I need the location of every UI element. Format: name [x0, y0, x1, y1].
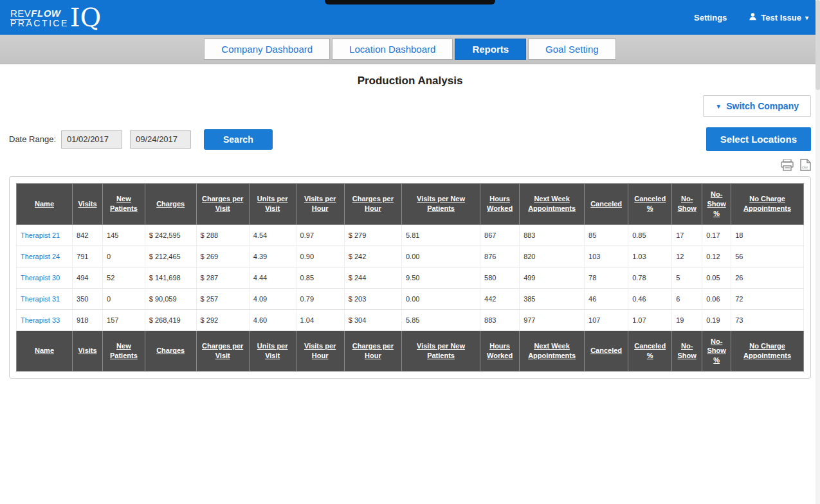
- table-cell: 1.03: [628, 246, 672, 267]
- table-cell: 876: [480, 246, 520, 267]
- table-cell: 0.06: [702, 288, 731, 309]
- export-icons-row: csv: [9, 159, 811, 171]
- column-header-charges[interactable]: Charges: [145, 184, 196, 225]
- column-header-units-per-visit[interactable]: Units per Visit: [249, 184, 296, 225]
- column-header-canceled[interactable]: Canceled: [585, 184, 628, 225]
- therapist-link[interactable]: Therapist 33: [21, 316, 60, 324]
- table-cell: 5.81: [401, 224, 480, 246]
- table-cell: 0.97: [296, 224, 344, 246]
- column-header-visits-per-new-patients[interactable]: Visits per New Patients: [401, 184, 480, 225]
- switch-company-label: Switch Company: [726, 101, 799, 111]
- table-cell: 867: [480, 224, 520, 246]
- table-cell: 0.05: [702, 267, 731, 288]
- printer-icon[interactable]: [781, 159, 794, 171]
- column-header-visits-per-hour[interactable]: Visits per Hour: [296, 330, 344, 372]
- date-from-input[interactable]: [61, 130, 122, 149]
- therapist-link[interactable]: Therapist 31: [21, 295, 60, 303]
- column-header-new-patients[interactable]: New Patients: [103, 330, 145, 372]
- column-header-no-show[interactable]: No-Show: [672, 184, 702, 225]
- name-cell: Therapist 33: [17, 309, 73, 330]
- column-header-charges-per-visit[interactable]: Charges per Visit: [196, 330, 249, 372]
- table-cell: $ 268,419: [145, 309, 196, 330]
- column-header-visits-per-new-patients[interactable]: Visits per New Patients: [401, 330, 480, 372]
- column-header-canceled-[interactable]: Canceled %: [628, 330, 672, 372]
- column-header-hours-worked[interactable]: Hours Worked: [480, 330, 520, 372]
- column-header-charges-per-hour[interactable]: Charges per Hour: [344, 330, 401, 372]
- table-cell: 78: [585, 267, 628, 288]
- select-locations-button[interactable]: Select Locations: [706, 127, 811, 151]
- csv-export-icon[interactable]: csv: [800, 159, 811, 171]
- table-cell: 0.00: [401, 288, 480, 309]
- table-cell: 72: [731, 288, 804, 309]
- user-menu[interactable]: Test Issue ▾: [749, 12, 808, 22]
- table-row: Therapist 33918157$ 268,419$ 2924.601.04…: [17, 309, 804, 330]
- table-cell: 46: [585, 288, 628, 309]
- column-header-no-charge-appointments[interactable]: No Charge Appointments: [731, 184, 804, 225]
- table-cell: 9.50: [401, 267, 480, 288]
- name-cell: Therapist 30: [17, 267, 73, 288]
- table-cell: 0.12: [702, 246, 731, 267]
- date-range-label: Date Range:: [9, 134, 56, 144]
- scrollbar-thumb[interactable]: [815, 0, 820, 90]
- table-cell: 17: [672, 224, 702, 246]
- chevron-down-icon: ▼: [715, 103, 722, 110]
- tab-goal-setting[interactable]: Goal Setting: [528, 39, 616, 60]
- therapist-link[interactable]: Therapist 24: [21, 253, 60, 260]
- production-table-card: NameVisitsNew PatientsChargesCharges per…: [9, 176, 811, 379]
- table-cell: $ 244: [344, 267, 401, 288]
- table-header-row: NameVisitsNew PatientsChargesCharges per…: [17, 184, 804, 225]
- date-to-input[interactable]: [130, 130, 191, 149]
- table-body: Therapist 21842145$ 242,595$ 2884.540.97…: [17, 224, 804, 330]
- table-cell: 12: [672, 246, 702, 267]
- table-cell: 107: [585, 309, 628, 330]
- settings-link[interactable]: Settings: [694, 13, 727, 22]
- tab-location-dashboard[interactable]: Location Dashboard: [332, 39, 453, 60]
- table-footer-row: NameVisitsNew PatientsChargesCharges per…: [17, 330, 804, 372]
- top-bar: REVFLOW PRACTICE IQ Settings Test Issue …: [0, 0, 820, 35]
- table-cell: 385: [520, 288, 585, 309]
- column-header-no-show-[interactable]: No-Show %: [702, 184, 731, 225]
- table-cell: $ 257: [196, 288, 249, 309]
- switch-company-row: ▼ Switch Company: [9, 87, 811, 117]
- table-cell: 56: [731, 246, 804, 267]
- tab-reports[interactable]: Reports: [455, 39, 526, 60]
- column-header-charges[interactable]: Charges: [145, 330, 196, 372]
- table-cell: $ 304: [344, 309, 401, 330]
- column-header-next-week-appointments[interactable]: Next Week Appointments: [520, 330, 585, 372]
- column-header-canceled-[interactable]: Canceled %: [628, 184, 672, 225]
- column-header-visits[interactable]: Visits: [73, 184, 103, 225]
- table-cell: 4.09: [249, 288, 296, 309]
- column-header-no-show[interactable]: No-Show: [672, 330, 702, 372]
- table-cell: $ 242: [344, 246, 401, 267]
- column-header-new-patients[interactable]: New Patients: [103, 184, 145, 225]
- column-header-no-charge-appointments[interactable]: No Charge Appointments: [731, 330, 804, 372]
- table-cell: 499: [520, 267, 585, 288]
- name-cell: Therapist 31: [17, 288, 73, 309]
- table-cell: 52: [103, 267, 145, 288]
- therapist-link[interactable]: Therapist 21: [21, 231, 60, 239]
- table-cell: 157: [103, 309, 145, 330]
- table-cell: 0.85: [628, 224, 672, 246]
- table-cell: 883: [480, 309, 520, 330]
- column-header-charges-per-hour[interactable]: Charges per Hour: [344, 184, 401, 225]
- column-header-canceled[interactable]: Canceled: [585, 330, 628, 372]
- column-header-next-week-appointments[interactable]: Next Week Appointments: [520, 184, 585, 225]
- table-cell: 4.60: [249, 309, 296, 330]
- column-header-name[interactable]: Name: [17, 184, 73, 225]
- search-button[interactable]: Search: [204, 129, 273, 150]
- switch-company-button[interactable]: ▼ Switch Company: [703, 95, 811, 117]
- column-header-visits-per-hour[interactable]: Visits per Hour: [296, 184, 344, 225]
- table-cell: $ 279: [344, 224, 401, 246]
- page-scrollbar[interactable]: [815, 0, 820, 504]
- tab-company-dashboard[interactable]: Company Dashboard: [204, 39, 330, 60]
- column-header-hours-worked[interactable]: Hours Worked: [480, 184, 520, 225]
- table-cell: $ 292: [196, 309, 249, 330]
- chevron-down-icon: ▾: [805, 14, 808, 21]
- column-header-no-show-[interactable]: No-Show %: [702, 330, 731, 372]
- column-header-charges-per-visit[interactable]: Charges per Visit: [196, 184, 249, 225]
- column-header-units-per-visit[interactable]: Units per Visit: [249, 330, 296, 372]
- therapist-link[interactable]: Therapist 30: [21, 274, 60, 282]
- table-cell: 0: [103, 246, 145, 267]
- column-header-visits[interactable]: Visits: [73, 330, 103, 372]
- column-header-name[interactable]: Name: [17, 330, 73, 372]
